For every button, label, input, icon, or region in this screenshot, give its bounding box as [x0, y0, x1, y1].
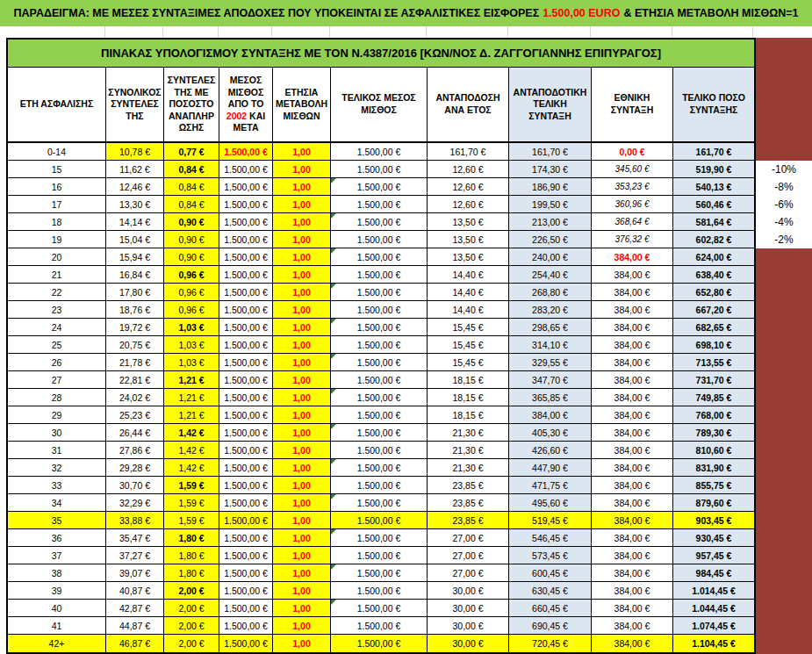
cell-replacement-coefficient: 1,03 € — [164, 354, 219, 371]
cell-value: 35,47 € — [119, 533, 150, 543]
cell-value: 1.500,00 € — [224, 270, 268, 280]
table-row: 3737,27 €1,80 €1.500,00 €1,001.500,00 €2… — [8, 547, 754, 564]
cell-years: 24 — [8, 319, 106, 336]
cell-final-avg-salary: 1.500,00 € — [331, 266, 428, 284]
cell-replacement-coefficient: 2,00 € — [164, 617, 219, 635]
cell-value: 1,59 € — [178, 515, 204, 526]
spreadsheet-gridline — [590, 26, 591, 38]
cell-years: 39 — [8, 582, 106, 600]
formula-flag-icon — [331, 389, 336, 394]
cell-value: 1,00 — [292, 305, 310, 315]
cell-return-per-year: 27,00 € — [428, 564, 509, 582]
cell-years: 22 — [8, 284, 106, 301]
cell-total-coefficient: 12,46 € — [106, 178, 164, 196]
cell-value: 44,87 € — [119, 621, 150, 631]
formula-flag-icon — [331, 284, 336, 289]
cell-annual-salary-change: 1,00 — [273, 635, 331, 652]
cell-return-per-year: 14,40 € — [428, 284, 509, 301]
cell-return-per-year: 161,70 € — [428, 143, 509, 161]
cell-value: 1,00 — [292, 287, 310, 298]
cell-return-per-year: 13,50 € — [428, 231, 509, 248]
cell-total-coefficient: 27,86 € — [106, 442, 164, 459]
early-retirement-penalty: -4% — [756, 213, 812, 231]
cell-value: 384,00 € — [614, 305, 650, 315]
cell-total-coefficient: 26,44 € — [106, 424, 164, 442]
cell-final-avg-salary: 1.500,00 € — [331, 371, 428, 389]
cell-value: 13,30 € — [119, 199, 150, 210]
cell-value: 1.500,00 € — [224, 410, 268, 420]
cell-value: 1,00 — [292, 217, 310, 227]
cell-value: 1,00 — [292, 445, 310, 456]
cell-value: 1.500,00 € — [357, 533, 401, 543]
spreadsheet-gridline — [271, 26, 272, 38]
cell-value: 1.500,00 € — [357, 480, 401, 491]
cell-value: 25 — [52, 340, 62, 350]
cell-value: 720,45 € — [532, 638, 568, 649]
cell-replacement-coefficient: 0,96 € — [164, 266, 219, 284]
cell-contributory-final-pension: 600,45 € — [509, 564, 592, 582]
cell-value: 283,20 € — [532, 305, 568, 315]
cell-value: 35 — [52, 515, 62, 526]
cell-value: 1.500,00 € — [224, 287, 268, 298]
pension-spreadsheet: ΠΑΡΑΔΕΙΓΜΑ: ΜΕ ΜΕΣΕΣ ΣΥΝΤΑΞΙΜΕΣ ΑΠΟΔΟΧΕΣ… — [0, 0, 812, 654]
cell-value: 1.500,00 € — [357, 428, 401, 438]
cell-value: 1.014,45 € — [692, 586, 736, 596]
cell-value: 384,00 € — [614, 357, 650, 368]
table-row: 1814,14 €0,90 €1.500,00 €1,001.500,00 €1… — [8, 213, 754, 231]
cell-value: 1,00 — [292, 515, 310, 526]
cell-value: 298,65 € — [532, 322, 568, 333]
cell-final-pension-amount: 930,45 € — [673, 529, 754, 547]
cell-years: 20 — [8, 248, 106, 266]
cell-value: 1,42 € — [178, 463, 204, 473]
cell-value: 0,84 € — [178, 164, 204, 175]
cell-value: 1,00 — [292, 428, 310, 438]
cell-value: 1,00 — [292, 322, 310, 333]
cell-value: 32 — [52, 463, 62, 473]
header-year-highlight: 2002 — [226, 111, 247, 121]
cell-years: 16 — [8, 178, 106, 196]
cell-value: 21 — [52, 270, 62, 280]
cell-years: 30 — [8, 424, 106, 442]
cell-value: 1.500,00 € — [224, 515, 268, 526]
cell-years: 15 — [8, 161, 106, 178]
cell-value: 810,60 € — [696, 445, 732, 456]
cell-final-pension-amount: 855,75 € — [673, 477, 754, 494]
cell-value: 22,81 € — [119, 375, 150, 385]
cell-national-pension: 384,00 € — [592, 319, 673, 336]
cell-return-per-year: 30,00 € — [428, 617, 509, 635]
cell-total-coefficient: 21,78 € — [106, 354, 164, 371]
cell-years: 26 — [8, 354, 106, 371]
cell-value: 540,13 € — [696, 182, 732, 192]
table-row: 3635,47 €1,80 €1.500,00 €1,001.500,00 €2… — [8, 529, 754, 547]
cell-value: 1,03 € — [178, 357, 204, 368]
cell-total-coefficient: 33,88 € — [106, 512, 164, 529]
cell-contributory-final-pension: 226,50 € — [509, 231, 592, 248]
cell-value: 1.500,00 € — [357, 410, 401, 420]
cell-avg-salary-since-2002: 1.500,00 € — [219, 231, 273, 248]
cell-value: 1.500,00 € — [224, 182, 268, 192]
cell-final-avg-salary: 1.500,00 € — [331, 635, 428, 652]
cell-value: 1,00 — [292, 252, 310, 262]
cell-value: 1.500,00 € — [357, 287, 401, 298]
cell-contributory-final-pension: 283,20 € — [509, 301, 592, 319]
cell-value: 1.044,45 € — [692, 603, 736, 614]
cell-value: 240,00 € — [532, 252, 568, 262]
cell-return-per-year: 18,15 € — [428, 389, 509, 406]
cell-value: 1,03 € — [178, 322, 204, 333]
cell-value: 15,45 € — [452, 322, 483, 333]
cell-total-coefficient: 14,14 € — [106, 213, 164, 231]
cell-value: 1,00 — [292, 164, 310, 175]
penalty-labels-box: -10%-8%-6%-4%-2% — [756, 161, 812, 248]
cell-national-pension: 384,00 € — [592, 284, 673, 301]
cell-value: 0,96 € — [178, 270, 204, 280]
cell-return-per-year: 21,30 € — [428, 424, 509, 442]
table-row: 2824,02 €1,21 €1.500,00 €1,001.500,00 €1… — [8, 389, 754, 406]
cell-value: 1,00 — [292, 340, 310, 350]
cell-total-coefficient: 15,94 € — [106, 248, 164, 266]
cell-value: 1,59 € — [178, 480, 204, 491]
cell-value: 0,90 € — [178, 217, 204, 227]
cell-avg-salary-since-2002: 1.500,00 € — [219, 529, 273, 547]
cell-value: 376,32 € — [615, 234, 650, 244]
cell-value: 384,00 € — [614, 287, 650, 298]
cell-final-avg-salary: 1.500,00 € — [331, 477, 428, 494]
